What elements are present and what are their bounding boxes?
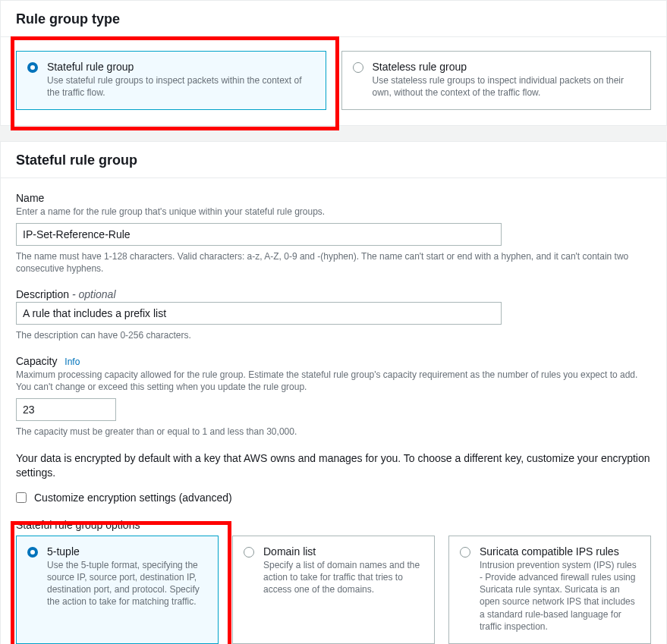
stateful-options-label: Stateful rule group options [16,519,651,531]
capacity-input[interactable] [16,398,116,421]
option-suricata[interactable]: Suricata compatible IPS rules Intrusion … [448,536,651,644]
rule-group-type-cards: Stateful rule group Use stateful rule gr… [16,51,651,110]
rule-group-type-header: Rule group type [1,1,666,37]
name-field: Name Enter a name for the rule group tha… [16,192,651,275]
option-domain-list[interactable]: Domain list Specify a list of domain nam… [232,536,435,644]
encryption-note: Your data is encrypted by default with a… [16,451,651,481]
radio-unselected-icon [460,547,470,558]
stateful-desc: Use stateful rule groups to inspect pack… [47,74,315,99]
stateless-desc: Use stateless rule groups to inspect ind… [373,74,640,99]
customize-encryption-row: Customize encryption settings (advanced) [16,492,651,504]
name-hint-top: Enter a name for the rule group that's u… [16,206,651,218]
description-label: Description - optional [16,288,651,300]
description-hint-bottom: The description can have 0-256 character… [16,329,651,341]
stateful-rule-group-card[interactable]: Stateful rule group Use stateful rule gr… [16,51,326,110]
description-label-text: Description [16,288,69,300]
capacity-info-link[interactable]: Info [64,357,80,367]
radio-selected-icon [27,62,38,73]
option-domain-list-desc: Specify a list of domain names and the a… [263,559,423,596]
name-label: Name [16,192,651,204]
option-5-tuple-desc: Use the 5-tuple format, specifying the s… [47,559,207,608]
description-input[interactable] [16,302,502,325]
description-field: Description - optional The description c… [16,288,651,341]
capacity-field: Capacity Info Maximum processing capacit… [16,355,651,438]
option-5-tuple[interactable]: 5-tuple Use the 5-tuple format, specifyi… [16,536,219,644]
stateless-rule-group-card[interactable]: Stateless rule group Use stateless rule … [341,51,652,110]
radio-selected-icon [27,547,38,558]
name-hint-bottom: The name must have 1-128 characters. Val… [16,250,651,275]
capacity-hint-bottom: The capacity must be greater than or equ… [16,426,651,438]
customize-encryption-checkbox[interactable] [16,492,27,503]
stateful-options-row: 5-tuple Use the 5-tuple format, specifyi… [16,536,651,644]
option-5-tuple-title: 5-tuple [47,545,207,558]
name-input[interactable] [16,223,502,246]
option-suricata-title: Suricata compatible IPS rules [480,545,640,558]
rule-group-type-panel: Rule group type Stateful rule group Use … [0,0,667,126]
stateful-rule-group-panel: Stateful rule group Name Enter a name fo… [0,141,667,644]
capacity-label-row: Capacity Info [16,355,651,367]
description-optional: - optional [72,288,116,300]
radio-unselected-icon [244,547,254,558]
stateful-rule-group-body: Name Enter a name for the rule group tha… [1,178,666,644]
rule-group-type-body: Stateful rule group Use stateful rule gr… [1,37,666,125]
stateless-title: Stateless rule group [373,61,640,73]
option-suricata-desc: Intrusion prevention system (IPS) rules … [480,559,640,633]
stateful-rule-group-header: Stateful rule group [1,142,666,178]
option-domain-list-title: Domain list [263,545,423,558]
capacity-label: Capacity [16,355,57,367]
stateful-title: Stateful rule group [47,61,315,73]
capacity-hint-top: Maximum processing capacity allowed for … [16,369,651,393]
radio-unselected-icon [353,62,363,73]
customize-encryption-label[interactable]: Customize encryption settings (advanced) [34,492,232,504]
